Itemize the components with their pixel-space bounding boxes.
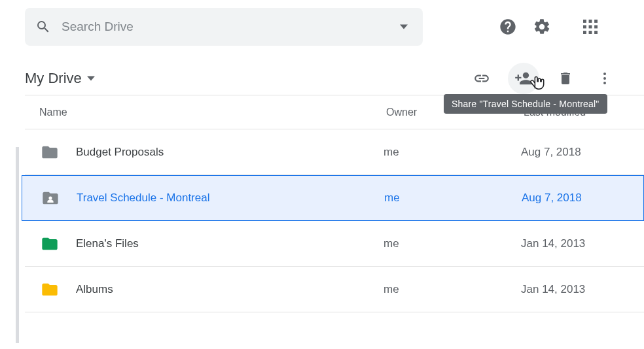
file-owner: me: [384, 283, 521, 296]
get-link-button[interactable]: [473, 69, 491, 88]
folder-icon: [39, 279, 60, 300]
svg-rect-8: [594, 31, 598, 34]
help-icon[interactable]: [499, 18, 517, 36]
svg-rect-2: [594, 20, 598, 23]
file-owner: me: [384, 146, 521, 159]
folder-icon: [39, 142, 60, 163]
svg-rect-0: [583, 20, 586, 23]
file-owner: me: [384, 237, 521, 250]
breadcrumb-label: My Drive: [25, 70, 82, 87]
svg-point-11: [603, 82, 606, 84]
file-name: Elena's Files: [76, 237, 384, 250]
file-name: Travel Schedule - Montreal: [77, 191, 384, 205]
search-icon: [34, 18, 52, 36]
svg-point-12: [48, 196, 52, 199]
table-row[interactable]: Albums me Jan 14, 2013: [25, 267, 644, 312]
search-options-dropdown[interactable]: [394, 17, 414, 37]
more-options-button[interactable]: [596, 69, 614, 88]
svg-rect-4: [589, 25, 592, 29]
table-row[interactable]: Budget Proposals me Aug 7, 2018: [25, 129, 644, 175]
scrollbar[interactable]: [16, 147, 19, 343]
tooltip: Share "Travel Schedule - Montreal": [444, 94, 607, 114]
file-table: Name Owner Last modified Budget Proposal…: [25, 95, 644, 312]
chevron-down-icon: [87, 76, 95, 81]
svg-point-9: [603, 73, 606, 75]
file-name: Albums: [76, 283, 384, 296]
file-modified: Aug 7, 2018: [522, 191, 643, 205]
svg-rect-6: [583, 31, 586, 34]
folder-icon: [40, 188, 61, 208]
apps-grid-icon[interactable]: [581, 18, 599, 36]
breadcrumb[interactable]: My Drive: [25, 70, 95, 87]
delete-button[interactable]: [556, 69, 575, 88]
file-modified: Jan 14, 2013: [521, 283, 644, 296]
file-modified: Jan 14, 2013: [521, 237, 644, 250]
svg-rect-5: [594, 25, 598, 29]
file-owner: me: [384, 191, 522, 205]
share-button[interactable]: Share "Travel Schedule - Montreal": [508, 63, 539, 94]
search-placeholder: Search Drive: [62, 20, 385, 34]
gear-icon[interactable]: [533, 18, 551, 36]
table-row[interactable]: Elena's Files me Jan 14, 2013: [25, 221, 644, 267]
table-row[interactable]: Travel Schedule - Montreal me Aug 7, 201…: [22, 175, 644, 221]
svg-rect-7: [589, 31, 592, 34]
search-bar[interactable]: Search Drive: [25, 8, 423, 46]
file-modified: Aug 7, 2018: [521, 146, 644, 159]
svg-rect-1: [589, 20, 592, 23]
svg-rect-3: [583, 25, 586, 29]
file-name: Budget Proposals: [76, 146, 384, 159]
column-name[interactable]: Name: [39, 107, 386, 118]
folder-icon: [39, 233, 60, 254]
svg-point-10: [603, 77, 606, 80]
